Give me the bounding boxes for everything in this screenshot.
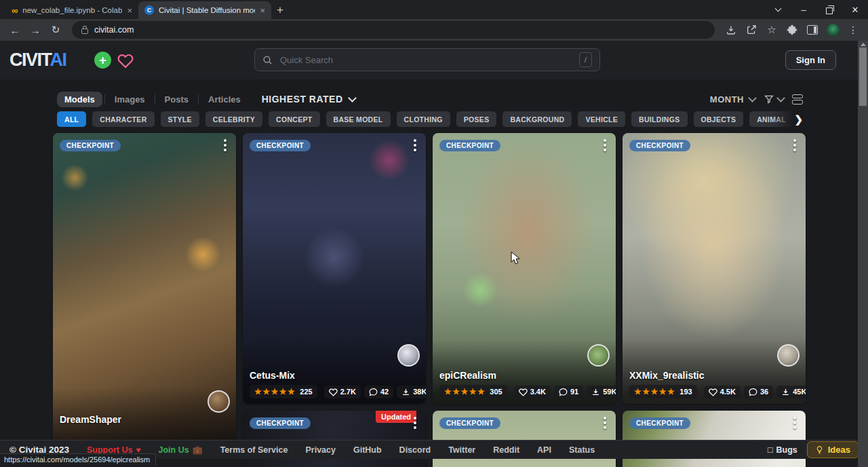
likes-pill[interactable]: 3.4K xyxy=(514,386,551,398)
side-panel-icon[interactable] xyxy=(804,22,821,38)
browser-menu-icon[interactable]: ⋮ xyxy=(845,22,861,38)
layout-toggle-icon[interactable] xyxy=(792,94,803,105)
tab-close-icon[interactable]: × xyxy=(260,5,265,16)
footer-link-status[interactable]: Status xyxy=(569,445,595,455)
reload-button[interactable]: ↻ xyxy=(47,22,64,38)
category-celebrity[interactable]: CELEBRITY xyxy=(205,111,262,127)
civitai-logo[interactable]: CIVITAI xyxy=(9,50,66,71)
comments-count: 36 xyxy=(760,388,768,396)
card-menu-icon[interactable] xyxy=(219,139,231,151)
card-menu-icon[interactable] xyxy=(409,139,421,151)
page-scrollbar[interactable] xyxy=(858,41,868,467)
downloads-pill[interactable]: 45K xyxy=(776,386,806,398)
footer-link-terms-of-service[interactable]: Terms of Service xyxy=(220,445,288,455)
bookmark-star-icon[interactable]: ☆ xyxy=(764,22,780,38)
period-dropdown[interactable]: MONTH xyxy=(710,94,755,105)
forward-button[interactable]: → xyxy=(27,22,43,38)
tab-divider xyxy=(155,94,155,105)
footer-link-discord[interactable]: Discord xyxy=(399,445,431,455)
footer-link-label: GitHub xyxy=(353,445,382,455)
period-label: MONTH xyxy=(710,94,744,105)
back-button[interactable]: ← xyxy=(7,22,23,38)
category-objects[interactable]: OBJECTS xyxy=(694,111,744,127)
footer-link-twitter[interactable]: Twitter xyxy=(448,445,475,455)
creator-avatar[interactable] xyxy=(397,344,420,367)
footer-link-api[interactable]: API xyxy=(537,445,551,455)
footer-link-join-us[interactable]: Join Us💼 xyxy=(158,445,202,455)
categories-scroll-right[interactable]: ❯ xyxy=(772,109,803,129)
category-base-model[interactable]: BASE MODEL xyxy=(326,111,391,127)
extensions-puzzle-icon[interactable] xyxy=(784,22,800,38)
creator-avatar[interactable] xyxy=(587,344,610,367)
model-card[interactable]: CHECKPOINTepiCRealism★★★★★3053.4K9159K xyxy=(433,133,616,404)
category-clothing[interactable]: CLOTHING xyxy=(397,111,450,127)
footer-link-reddit[interactable]: Reddit xyxy=(493,445,519,455)
card-menu-icon[interactable] xyxy=(599,139,611,151)
lock-icon xyxy=(81,29,88,34)
likes-pill[interactable]: 4.5K xyxy=(704,386,741,398)
sign-in-button[interactable]: Sign In xyxy=(785,50,836,70)
window-close-button[interactable]: ✕ xyxy=(842,0,868,19)
tab-search-chevron-icon[interactable] xyxy=(765,0,791,19)
category-all[interactable]: ALL xyxy=(57,111,86,127)
comments-pill[interactable]: 42 xyxy=(364,386,393,398)
profile-avatar[interactable] xyxy=(825,22,841,38)
tab-images[interactable]: Images xyxy=(107,92,153,107)
window-controls: – ✕ xyxy=(765,0,868,19)
address-bar[interactable]: civitai.com xyxy=(72,21,715,39)
card-menu-icon[interactable] xyxy=(599,417,611,429)
tab-close-icon[interactable]: × xyxy=(127,5,132,16)
favorites-heart-icon[interactable] xyxy=(116,51,134,69)
ideas-button[interactable]: Ideas xyxy=(807,441,859,458)
bugs-link[interactable]: □ Bugs xyxy=(768,445,797,455)
new-tab-button[interactable]: + xyxy=(271,1,289,19)
downloads-pill[interactable]: 38K xyxy=(397,386,426,398)
card-menu-icon[interactable] xyxy=(789,139,801,151)
bug-icon: □ xyxy=(768,445,773,455)
category-character[interactable]: CHARACTER xyxy=(92,111,154,127)
chevron-down-icon xyxy=(776,94,785,102)
tab-models[interactable]: Models xyxy=(57,92,102,107)
sort-dropdown[interactable]: HIGHEST RATED xyxy=(262,94,355,105)
category-concept[interactable]: CONCEPT xyxy=(269,111,319,127)
window-restore-button[interactable] xyxy=(816,0,842,19)
upload-plus-button[interactable]: + xyxy=(94,52,111,69)
bugs-label: Bugs xyxy=(776,445,797,455)
scrollbar-thumb[interactable] xyxy=(859,48,867,106)
card-menu-icon[interactable] xyxy=(409,417,421,429)
model-card[interactable]: CHECKPOINTDreamShaper xyxy=(53,133,236,452)
window-minimize-button[interactable]: – xyxy=(791,0,816,19)
likes-pill[interactable]: 2.7K xyxy=(324,386,361,398)
category-poses[interactable]: POSES xyxy=(456,111,497,127)
rating-pill[interactable]: ★★★★★225 xyxy=(250,385,317,398)
model-title: Cetus-Mix xyxy=(250,370,419,381)
model-card[interactable]: CHECKPOINTCetus-Mix★★★★★2252.7K4238K xyxy=(243,133,426,404)
tab-articles[interactable]: Articles xyxy=(201,92,248,107)
card-menu-icon[interactable] xyxy=(789,417,801,429)
comments-count: 42 xyxy=(380,388,389,396)
category-buildings[interactable]: BUILDINGS xyxy=(631,111,687,127)
filter-dropdown[interactable] xyxy=(764,94,784,105)
footer-link-github[interactable]: GitHub xyxy=(353,445,382,455)
browser-tab-civitai[interactable]: C Civitai | Stable Diffusion models, × xyxy=(138,1,271,19)
category-style[interactable]: STYLE xyxy=(161,111,199,127)
downloads-count: 45K xyxy=(793,388,806,396)
rating-pill[interactable]: ★★★★★193 xyxy=(629,385,697,398)
category-vehicle[interactable]: VEHICLE xyxy=(578,111,625,127)
downloads-pill[interactable]: 59K xyxy=(587,386,616,398)
rating-pill[interactable]: ★★★★★305 xyxy=(439,385,507,398)
download-icon[interactable] xyxy=(723,22,739,38)
search-input[interactable] xyxy=(279,54,573,66)
search-bar[interactable]: / xyxy=(254,48,600,71)
creator-avatar[interactable] xyxy=(777,344,800,367)
footer-link-privacy[interactable]: Privacy xyxy=(305,445,335,455)
comment-icon xyxy=(749,388,757,396)
share-icon[interactable] xyxy=(743,22,760,38)
category-background[interactable]: BACKGROUND xyxy=(502,111,572,127)
model-card[interactable]: CHECKPOINTXXMix_9realistic★★★★★1934.5K36… xyxy=(623,133,806,404)
browser-tab-colab[interactable]: ∞ new_colab_file.ipynb - Colaborat × xyxy=(5,1,138,19)
comments-pill[interactable]: 91 xyxy=(554,386,583,398)
tab-posts[interactable]: Posts xyxy=(157,92,196,107)
scrollbar-up-arrow-icon[interactable] xyxy=(861,43,866,46)
comments-pill[interactable]: 36 xyxy=(744,386,773,398)
